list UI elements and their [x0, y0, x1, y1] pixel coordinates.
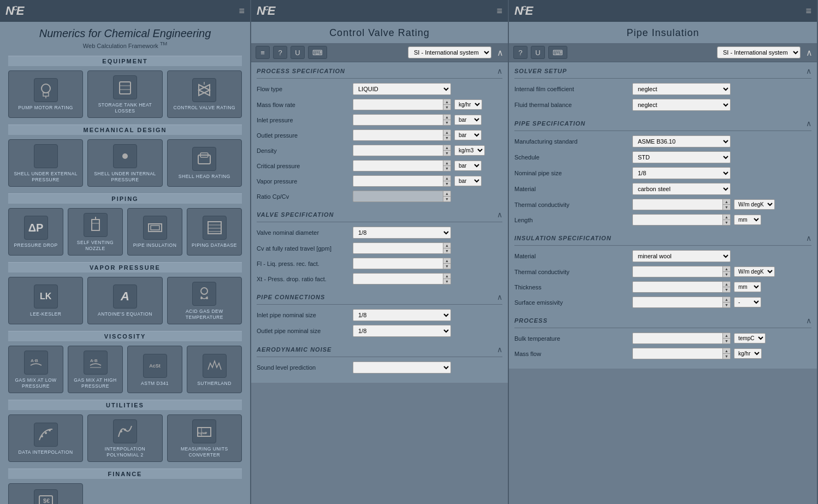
- length-unit[interactable]: mm: [734, 215, 761, 225]
- right-toolbar-btn-0[interactable]: ?: [513, 46, 527, 59]
- schedule-select[interactable]: STD: [632, 151, 731, 163]
- mass-flow-rate-field[interactable]: [353, 100, 443, 110]
- ins-thermal-cond-up[interactable]: ▲: [723, 266, 730, 272]
- length-field[interactable]: [633, 215, 722, 225]
- inlet-pipe-select[interactable]: 1/8: [353, 309, 451, 321]
- tool-storage-tank[interactable]: STORAGE TANK HEAT LOSSES: [87, 70, 162, 118]
- critical-pressure-down[interactable]: ▼: [443, 166, 451, 171]
- tool-acid-gas[interactable]: ACID GAS DEW TEMPERATURE: [167, 277, 242, 324]
- tool-antoinies[interactable]: A ANTOINE'S EQUATION: [87, 277, 162, 324]
- tool-data-interp[interactable]: DATA INTERPOLATION: [8, 414, 83, 462]
- ins-thermal-cond-input[interactable]: ▲ ▼: [632, 266, 731, 277]
- middle-system-select[interactable]: SI - International system: [408, 46, 491, 58]
- bulk-temp-field[interactable]: [633, 334, 722, 343]
- surface-emissivity-input[interactable]: ▲ ▼: [632, 297, 731, 308]
- right-toolbar-btn-1[interactable]: U: [531, 46, 545, 59]
- middle-toolbar-btn-0[interactable]: ≡: [256, 46, 270, 59]
- outlet-pressure-field[interactable]: [353, 131, 443, 140]
- middle-toolbar-btn-1[interactable]: ?: [273, 46, 287, 59]
- right-section-solver-collapse[interactable]: ∧: [806, 67, 811, 75]
- thickness-field[interactable]: [633, 282, 722, 292]
- tool-gas-high[interactable]: A·B GAS MIX AT HIGH PRESSURE: [68, 346, 123, 393]
- tool-shell-internal[interactable]: SHELL UNDER INTERNAL PRESSURE: [87, 139, 162, 187]
- fl-liq-up[interactable]: ▲: [443, 258, 451, 264]
- length-input[interactable]: ▲ ▼: [632, 214, 731, 226]
- right-system-select[interactable]: SI - International system: [717, 46, 801, 58]
- critical-pressure-unit[interactable]: bar: [454, 161, 482, 171]
- vapor-pressure-unit[interactable]: bar: [454, 176, 482, 186]
- cv-fully-rated-up[interactable]: ▲: [443, 243, 451, 248]
- density-unit[interactable]: kg/m3: [454, 145, 485, 156]
- vapor-pressure-input[interactable]: ▲ ▼: [353, 175, 451, 187]
- flow-type-select[interactable]: LIQUID: [353, 83, 451, 95]
- thermal-cond-pipe-field[interactable]: [633, 200, 722, 210]
- length-up[interactable]: ▲: [723, 215, 730, 220]
- right-section-insulation-collapse[interactable]: ∧: [806, 234, 811, 242]
- fl-liq-field[interactable]: [353, 259, 443, 269]
- mass-flow-rate-unit[interactable]: kg/hr: [454, 99, 482, 110]
- bulk-temp-unit[interactable]: tempC: [734, 333, 766, 343]
- tool-lee-kesler[interactable]: LK LEE-KESLER: [8, 277, 83, 324]
- xt-press-field[interactable]: [353, 274, 443, 284]
- mass-flow-rate-up[interactable]: ▲: [443, 99, 451, 105]
- mass-flow-rate-down[interactable]: ▼: [443, 105, 451, 110]
- xt-press-up[interactable]: ▲: [443, 274, 451, 279]
- right-section-pipe-spec-collapse[interactable]: ∧: [806, 119, 811, 128]
- mass-flow-rate-input[interactable]: ▲ ▼: [353, 99, 451, 110]
- ins-thermal-cond-field[interactable]: [633, 267, 722, 277]
- thermal-cond-pipe-down[interactable]: ▼: [723, 205, 730, 210]
- fl-liq-down[interactable]: ▼: [443, 264, 451, 269]
- middle-toolbar-btn-2[interactable]: U: [291, 46, 305, 59]
- density-input[interactable]: ▲ ▼: [353, 145, 451, 156]
- nominal-pipe-size-select[interactable]: 1/8: [632, 167, 731, 179]
- critical-pressure-field[interactable]: [353, 161, 443, 171]
- right-toolbar-btn-2[interactable]: ⌨: [548, 46, 567, 59]
- mass-flow-right-input[interactable]: ▲ ▼: [632, 348, 731, 359]
- fluid-thermal-select[interactable]: neglect: [632, 99, 731, 111]
- tool-measuring-units[interactable]: kg cPbar MEASURING UNITS CONVERTER: [167, 414, 242, 462]
- outlet-pipe-select[interactable]: 1/8: [353, 325, 451, 337]
- tool-currency[interactable]: $€ CURRENCY CONVERTER: [8, 483, 83, 504]
- thickness-down[interactable]: ▼: [723, 287, 730, 292]
- tool-gas-low[interactable]: A·B GAS MIX AT LOW PRESSURE: [8, 346, 63, 393]
- outlet-pressure-down[interactable]: ▼: [443, 135, 451, 140]
- thermal-cond-pipe-unit[interactable]: W/m degK: [734, 199, 775, 210]
- menu-icon-middle[interactable]: ≡: [496, 5, 502, 17]
- bulk-temp-input[interactable]: ▲ ▼: [632, 333, 731, 344]
- mass-flow-right-unit[interactable]: kg/hr: [734, 348, 762, 359]
- vapor-pressure-down[interactable]: ▼: [443, 181, 451, 186]
- density-field[interactable]: [353, 146, 443, 156]
- thickness-input[interactable]: ▲ ▼: [632, 281, 731, 293]
- surface-emissivity-unit[interactable]: -: [734, 297, 761, 307]
- tool-pipe-insulation[interactable]: PIPE INSULATION: [127, 208, 182, 256]
- outlet-pressure-input[interactable]: ▲ ▼: [353, 129, 451, 141]
- menu-icon-left[interactable]: ≡: [239, 5, 245, 17]
- menu-icon-right[interactable]: ≡: [805, 5, 811, 17]
- cv-fully-rated-down[interactable]: ▼: [443, 248, 451, 253]
- vapor-pressure-field[interactable]: [353, 176, 443, 186]
- tool-shell-external[interactable]: SHELL UNDER EXTERNAL PRESSURE: [8, 139, 83, 187]
- surface-emissivity-down[interactable]: ▼: [723, 303, 730, 307]
- tool-sutherland[interactable]: SUTHERLAND: [187, 346, 242, 393]
- vapor-pressure-up[interactable]: ▲: [443, 176, 451, 181]
- tool-control-valve[interactable]: CONTROL VALVE RATING: [167, 70, 242, 118]
- middle-toolbar-btn-3[interactable]: ⌨: [308, 46, 327, 59]
- material-select[interactable]: carbon steel: [632, 183, 731, 195]
- density-up[interactable]: ▲: [443, 145, 451, 151]
- valve-diameter-select[interactable]: 1/8: [353, 227, 451, 239]
- surface-emissivity-field[interactable]: [633, 298, 722, 307]
- thickness-unit[interactable]: mm: [734, 282, 761, 292]
- ins-thermal-cond-unit[interactable]: W/m degK: [734, 266, 775, 277]
- outlet-pressure-up[interactable]: ▲: [443, 130, 451, 135]
- thermal-cond-pipe-up[interactable]: ▲: [723, 199, 730, 205]
- right-section-process-collapse[interactable]: ∧: [806, 316, 811, 325]
- tool-piping-database[interactable]: PIPING DATABASE: [187, 208, 242, 256]
- outlet-pressure-unit[interactable]: bar: [454, 130, 482, 140]
- tool-pressure-drop[interactable]: ΔP PRESSURE DROP: [8, 208, 63, 256]
- cv-fully-rated-input[interactable]: ▲ ▼: [353, 242, 451, 254]
- surface-emissivity-up[interactable]: ▲: [723, 297, 730, 303]
- inlet-pressure-up[interactable]: ▲: [443, 115, 451, 120]
- inlet-pressure-field[interactable]: [353, 115, 443, 125]
- inlet-pressure-down[interactable]: ▼: [443, 120, 451, 125]
- sound-level-select[interactable]: [353, 361, 451, 373]
